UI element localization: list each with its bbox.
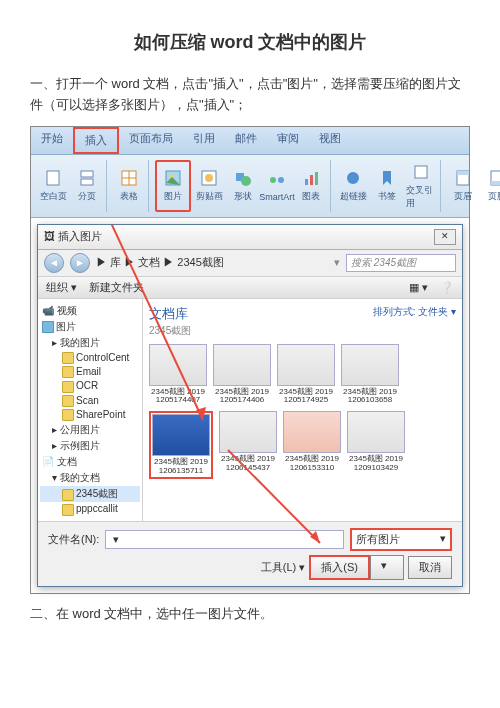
svg-rect-14 — [305, 179, 308, 185]
filename-label: 文件名(N): — [48, 532, 99, 547]
view-icon[interactable]: ▦ ▾ — [409, 281, 428, 294]
svg-rect-22 — [491, 181, 500, 185]
tree-sharepoint[interactable]: SharePoint — [40, 408, 140, 422]
sort-dropdown[interactable]: 文件夹 ▾ — [418, 306, 456, 317]
svg-rect-1 — [81, 171, 93, 177]
thumbnail-item[interactable]: 2345截图 20191209103429 — [347, 411, 405, 479]
tab-references[interactable]: 引用 — [183, 127, 225, 154]
tab-view[interactable]: 视图 — [309, 127, 351, 154]
svg-rect-20 — [457, 171, 469, 175]
tree-2345[interactable]: 2345截图 — [40, 486, 140, 502]
tab-home[interactable]: 开始 — [31, 127, 73, 154]
tab-mailings[interactable]: 邮件 — [225, 127, 267, 154]
thumbnail-item[interactable]: 2345截图 20191205174406 — [213, 344, 271, 406]
thumbnail-item[interactable]: 2345截图 20191206135711 — [149, 411, 213, 479]
help-icon[interactable]: ❔ — [440, 281, 454, 294]
svg-rect-2 — [81, 179, 93, 185]
paragraph-2: 二、在 word 文档中，选中任一图片文件。 — [30, 604, 470, 625]
ribbon-tabs: 开始 插入 页面布局 引用 邮件 审阅 视图 — [31, 127, 469, 155]
blank-page-button[interactable]: 空白页 — [37, 160, 69, 212]
tab-layout[interactable]: 页面布局 — [119, 127, 183, 154]
tools-button[interactable]: 工具(L) ▾ — [261, 560, 306, 575]
insert-picture-dialog: 🖼 插入图片 ✕ ◄ ► ▶ 库 ▶ 文档 ▶ 2345截图 ▾ 搜索 2345… — [37, 224, 463, 587]
thumbnail-item[interactable]: 2345截图 20191206103658 — [341, 344, 399, 406]
cancel-button[interactable]: 取消 — [408, 556, 452, 579]
library-sub: 2345截图 — [149, 324, 191, 338]
svg-rect-18 — [415, 166, 427, 178]
tree-public-pictures[interactable]: ▸ 公用图片 — [40, 422, 140, 438]
new-folder-button[interactable]: 新建文件夹 — [89, 280, 144, 295]
close-icon[interactable]: ✕ — [434, 229, 456, 245]
ribbon-content: 空白页 分页 表格 图片 剪贴画 形状 SmartArt 图表 超链接 书签 交… — [31, 155, 469, 218]
insert-dropdown[interactable]: ▾ — [370, 555, 404, 580]
bookmark-button[interactable]: 书签 — [371, 160, 403, 212]
tab-review[interactable]: 审阅 — [267, 127, 309, 154]
svg-rect-0 — [47, 171, 59, 185]
thumbnail-item[interactable]: 2345截图 20191205174925 — [277, 344, 335, 406]
tree-my-pictures[interactable]: ▸ 我的图片 — [40, 335, 140, 351]
page-break-button[interactable]: 分页 — [71, 160, 103, 212]
library-header: 文档库 — [149, 305, 191, 323]
filename-input[interactable]: ▾ — [105, 530, 344, 549]
tree-docs[interactable]: 📄 文档 — [40, 454, 140, 470]
crossref-button[interactable]: 交叉引用 — [405, 160, 437, 212]
file-pane: 文档库 2345截图 排列方式: 文件夹 ▾ 2345截图 2019120517… — [143, 299, 462, 521]
paragraph-1: 一、打开一个 word 文档，点击"插入"，点击"图片"，选择需要压缩的图片文件… — [30, 74, 470, 116]
search-input[interactable]: 搜索 2345截图 — [346, 254, 456, 272]
filter-dropdown[interactable]: 所有图片▾ — [350, 528, 452, 551]
svg-point-12 — [270, 177, 276, 183]
shapes-button[interactable]: 形状 — [227, 160, 259, 212]
svg-point-13 — [278, 177, 284, 183]
clipart-button[interactable]: 剪贴画 — [193, 160, 225, 212]
dialog-title: 🖼 插入图片 — [44, 229, 102, 244]
thumbnail-item[interactable]: 2345截图 20191206145437 — [219, 411, 277, 479]
breadcrumb[interactable]: ▶ 库 ▶ 文档 ▶ 2345截图 — [96, 255, 328, 270]
tree-video[interactable]: 📹 视频 — [40, 303, 140, 319]
chart-button[interactable]: 图表 — [295, 160, 327, 212]
svg-point-9 — [205, 174, 213, 182]
tree-ocr[interactable]: OCR — [40, 379, 140, 393]
forward-button[interactable]: ► — [70, 253, 90, 273]
insert-button[interactable]: 插入(S) — [309, 555, 370, 580]
svg-rect-16 — [315, 172, 318, 185]
tree-email[interactable]: Email — [40, 365, 140, 379]
tree-scan[interactable]: Scan — [40, 394, 140, 408]
picture-button[interactable]: 图片 — [155, 160, 191, 212]
picture-icon: 🖼 — [44, 230, 55, 242]
tree-my-docs[interactable]: ▾ 我的文档 — [40, 470, 140, 486]
word-app-window: 开始 插入 页面布局 引用 邮件 审阅 视图 空白页 分页 表格 图片 剪贴画 … — [30, 126, 470, 594]
svg-point-11 — [241, 176, 251, 186]
back-button[interactable]: ◄ — [44, 253, 64, 273]
hyperlink-button[interactable]: 超链接 — [337, 160, 369, 212]
table-button[interactable]: 表格 — [113, 160, 145, 212]
header-button[interactable]: 页眉 — [447, 160, 479, 212]
svg-point-17 — [347, 172, 359, 184]
footer-button[interactable]: 页脚 — [481, 160, 500, 212]
tree-controlcenter[interactable]: ControlCent — [40, 351, 140, 365]
thumbnail-item[interactable]: 2345截图 20191205174407 — [149, 344, 207, 406]
thumbnail-item[interactable]: 2345截图 20191206153310 — [283, 411, 341, 479]
tree-pppccallit[interactable]: pppccallit — [40, 502, 140, 516]
svg-rect-15 — [310, 175, 313, 185]
organize-button[interactable]: 组织 ▾ — [46, 280, 77, 295]
sidebar: 📹 视频 图片 ▸ 我的图片 ControlCent Email OCR Sca… — [38, 299, 143, 521]
page-title: 如何压缩 word 文档中的图片 — [30, 30, 470, 54]
smartart-button[interactable]: SmartArt — [261, 160, 293, 212]
tab-insert[interactable]: 插入 — [73, 127, 119, 154]
tree-pictures[interactable]: 图片 — [40, 319, 140, 335]
tree-sample-pictures[interactable]: ▸ 示例图片 — [40, 438, 140, 454]
